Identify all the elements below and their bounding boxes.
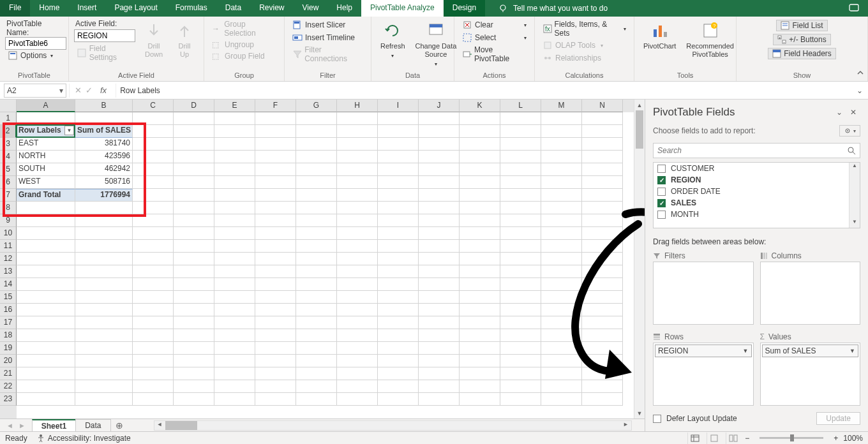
- cell-A23[interactable]: [17, 393, 75, 406]
- refresh-button[interactable]: Refresh▾: [377, 19, 409, 70]
- row-header-18[interactable]: 18: [0, 329, 17, 342]
- cell-G18[interactable]: [296, 329, 337, 342]
- cell-D6[interactable]: [174, 176, 214, 189]
- cell-I5[interactable]: [378, 163, 419, 176]
- cell-M3[interactable]: [541, 138, 582, 151]
- cell-M15[interactable]: [541, 291, 582, 304]
- cell-J21[interactable]: [419, 367, 460, 380]
- row-header-9[interactable]: 9: [0, 214, 17, 227]
- cell-G7[interactable]: [296, 189, 337, 202]
- cell-A3[interactable]: EAST: [17, 138, 75, 151]
- cell-D23[interactable]: [174, 393, 214, 406]
- tab-pt-analyze[interactable]: PivotTable Analyze: [361, 0, 444, 17]
- col-header-h[interactable]: H: [337, 100, 378, 112]
- tab-home[interactable]: Home: [30, 0, 68, 17]
- cell-E15[interactable]: [214, 291, 255, 304]
- col-header-b[interactable]: B: [75, 100, 133, 112]
- cell-D21[interactable]: [174, 367, 214, 380]
- chevron-down-icon[interactable]: ▼: [743, 348, 749, 354]
- scroll-thumb[interactable]: [636, 110, 643, 149]
- cell-G21[interactable]: [296, 367, 337, 380]
- cell-C3[interactable]: [133, 138, 174, 151]
- pm-buttons-toggle[interactable]: +-+/- Buttons: [773, 34, 830, 45]
- cell-N13[interactable]: [582, 265, 623, 278]
- cell-K12[interactable]: [460, 253, 500, 265]
- cell-M20[interactable]: [541, 355, 582, 367]
- tab-design[interactable]: Design: [444, 0, 485, 17]
- cell-C1[interactable]: [133, 112, 174, 125]
- cell-D3[interactable]: [174, 138, 214, 151]
- cell-I14[interactable]: [378, 278, 419, 291]
- cell-N1[interactable]: [582, 112, 623, 125]
- cell-I4[interactable]: [378, 151, 419, 163]
- row-header-15[interactable]: 15: [0, 291, 17, 304]
- checkbox[interactable]: [657, 165, 666, 173]
- cell-J11[interactable]: [419, 240, 460, 253]
- row-header-17[interactable]: 17: [0, 316, 17, 329]
- cell-A6[interactable]: WEST: [17, 176, 75, 189]
- pane-settings-button[interactable]: ▾: [839, 125, 860, 137]
- cell-A7[interactable]: Grand Total: [17, 189, 75, 202]
- cell-A13[interactable]: [17, 265, 75, 278]
- cell-G11[interactable]: [296, 240, 337, 253]
- cell-J5[interactable]: [419, 163, 460, 176]
- cell-I10[interactable]: [378, 227, 419, 240]
- cell-H11[interactable]: [337, 240, 378, 253]
- cell-F12[interactable]: [255, 253, 296, 265]
- formula-expand-button[interactable]: ⌄: [851, 86, 868, 95]
- cell-C14[interactable]: [133, 278, 174, 291]
- cell-L1[interactable]: [500, 112, 541, 125]
- cell-M17[interactable]: [541, 316, 582, 329]
- cell-K3[interactable]: [460, 138, 500, 151]
- cell-N10[interactable]: [582, 227, 623, 240]
- cell-H20[interactable]: [337, 355, 378, 367]
- accessibility-status[interactable]: Accessibility: Investigate: [36, 434, 131, 443]
- cell-D5[interactable]: [174, 163, 214, 176]
- row-header-3[interactable]: 3: [0, 138, 17, 151]
- horizontal-scrollbar[interactable]: ◄ ►: [154, 420, 632, 431]
- cell-E11[interactable]: [214, 240, 255, 253]
- change-source-button[interactable]: Change Data Source▾: [412, 19, 461, 70]
- cell-F17[interactable]: [255, 316, 296, 329]
- select-button[interactable]: Select▾: [460, 32, 529, 43]
- checkbox[interactable]: ✓: [657, 176, 666, 184]
- add-sheet-button[interactable]: ⊕: [110, 420, 128, 431]
- cell-F16[interactable]: [255, 304, 296, 316]
- col-header-e[interactable]: E: [214, 100, 255, 112]
- cell-D16[interactable]: [174, 304, 214, 316]
- cell-M10[interactable]: [541, 227, 582, 240]
- cell-I9[interactable]: [378, 214, 419, 227]
- cell-G20[interactable]: [296, 355, 337, 367]
- cell-E1[interactable]: [214, 112, 255, 125]
- page-break-button[interactable]: [726, 433, 740, 444]
- cell-K9[interactable]: [460, 214, 500, 227]
- cell-M14[interactable]: [541, 278, 582, 291]
- row-header-4[interactable]: 4: [0, 151, 17, 163]
- cell-I13[interactable]: [378, 265, 419, 278]
- cell-B21[interactable]: [75, 367, 133, 380]
- cell-B4[interactable]: 423596: [75, 151, 133, 163]
- cell-N8[interactable]: [582, 202, 623, 214]
- cell-L14[interactable]: [500, 278, 541, 291]
- cell-L6[interactable]: [500, 176, 541, 189]
- cell-D20[interactable]: [174, 355, 214, 367]
- cell-F9[interactable]: [255, 214, 296, 227]
- cell-J16[interactable]: [419, 304, 460, 316]
- cell-D9[interactable]: [174, 214, 214, 227]
- cell-I2[interactable]: [378, 125, 419, 138]
- cell-B5[interactable]: 462942: [75, 163, 133, 176]
- row-header-8[interactable]: 8: [0, 202, 17, 214]
- cell-C23[interactable]: [133, 393, 174, 406]
- cell-F21[interactable]: [255, 367, 296, 380]
- row-header-21[interactable]: 21: [0, 367, 17, 380]
- cell-E3[interactable]: [214, 138, 255, 151]
- row-header-7[interactable]: 7: [0, 189, 17, 202]
- cell-D10[interactable]: [174, 227, 214, 240]
- cell-A14[interactable]: [17, 278, 75, 291]
- cell-J4[interactable]: [419, 151, 460, 163]
- cell-N23[interactable]: [582, 393, 623, 406]
- cell-B11[interactable]: [75, 240, 133, 253]
- cell-M11[interactable]: [541, 240, 582, 253]
- cell-I21[interactable]: [378, 367, 419, 380]
- cell-F8[interactable]: [255, 202, 296, 214]
